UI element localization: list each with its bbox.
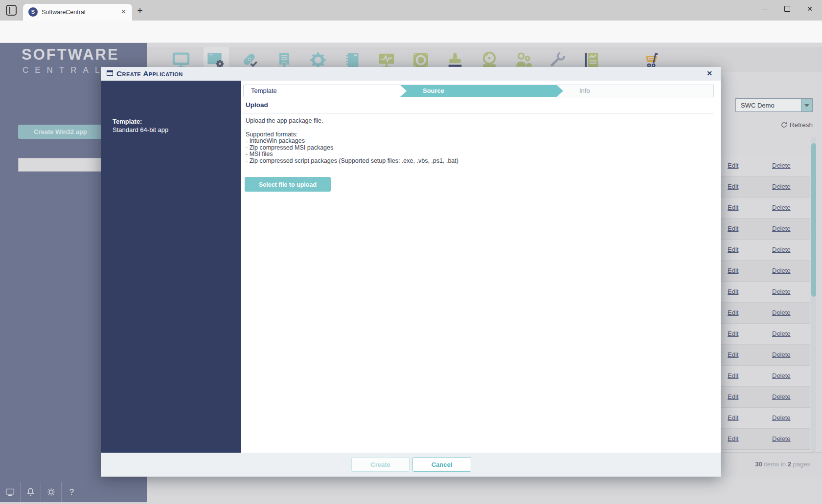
app-logo-line1: SOFTWARE [22,46,119,64]
formats-list: - IntuneWin packages- Zip compressed MSI… [246,138,458,164]
table-row: EditDelete [721,282,810,303]
delete-link[interactable]: Delete [772,246,791,253]
settings-gear-icon[interactable] [41,482,62,502]
heading-divider [243,113,714,113]
chevron-down-icon[interactable] [801,99,812,111]
delete-link[interactable]: Delete [772,288,791,295]
create-win32-app-button[interactable]: Create Win32 app [18,125,103,139]
step-source[interactable]: Source [400,85,563,97]
delete-link[interactable]: Delete [772,330,791,337]
table-row: EditDelete [721,408,810,429]
table-row: EditDelete [721,219,810,240]
edit-link[interactable]: Edit [728,204,738,211]
table-row: EditDelete [721,240,810,261]
edit-link[interactable]: Edit [728,309,738,316]
delete-link[interactable]: Delete [772,414,791,421]
dialog-title: Create Application [116,69,183,78]
format-line: - MSI files [246,151,458,158]
window-minimize-button[interactable] [754,0,776,18]
step-template[interactable]: Template [244,85,407,97]
formats-title: Supported formats: [246,131,297,138]
edit-link[interactable]: Edit [728,246,738,253]
wizard-steps: Template Source Info [243,85,714,97]
edit-link[interactable]: Edit [728,372,738,379]
table-row: EditDelete [721,324,810,345]
table-row: EditDelete [721,366,810,387]
template-value: Standard 64-bit app [113,126,168,133]
edit-link[interactable]: Edit [728,330,738,337]
dialog-footer: Create Cancel [101,453,721,477]
dialog-content: Template Source Info Upload Upload the a… [241,81,721,453]
format-line: - Zip compressed MSI packages [246,145,458,152]
edit-link[interactable]: Edit [728,267,738,274]
delete-link[interactable]: Delete [772,309,791,316]
delete-link[interactable]: Delete [772,204,791,211]
dialog-close-icon[interactable]: ✕ [705,69,714,78]
table-row: EditDelete [721,197,810,219]
pagination-status: 30 items in 2 pages [721,452,822,477]
edit-link[interactable]: Edit [728,162,738,169]
format-line: - Zip compressed script packages (Suppor… [246,158,458,165]
window-maximize-button[interactable] [776,0,799,18]
environment-value: SWC Demo [741,102,775,109]
upload-description: Upload the app package file. [246,118,323,125]
delete-link[interactable]: Delete [772,267,791,274]
browser-tab[interactable]: S SoftwareCentral ✕ [23,4,132,21]
template-label: Template: [113,118,142,125]
table-row: EditDelete [721,345,810,366]
delete-link[interactable]: Delete [772,351,791,358]
tab-close-icon[interactable]: ✕ [119,8,128,16]
step-info[interactable]: Info [557,85,713,97]
sidebar-search-input[interactable] [18,158,104,172]
window-close-button[interactable]: ✕ [799,0,821,18]
edit-link[interactable]: Edit [728,393,738,400]
sidebar-bottom-strip [0,502,147,504]
tab-title: SoftwareCentral [42,9,86,16]
notifications-bell-icon[interactable] [21,482,41,502]
delete-link[interactable]: Delete [772,162,791,169]
environment-dropdown[interactable]: SWC Demo [735,98,813,112]
window-icon [107,70,113,76]
format-line: - IntuneWin packages [246,138,458,145]
table-row: EditDelete [721,261,810,282]
create-application-dialog: Create Application ✕ Template: Standard … [101,67,721,477]
delete-link[interactable]: Delete [772,435,791,442]
table-row: EditDelete [721,303,810,324]
edit-link[interactable]: Edit [728,351,738,358]
table-row: EditDelete [721,176,810,197]
delete-link[interactable]: Delete [772,372,791,379]
app-table-rows: EditDeleteEditDeleteEditDeleteEditDelete… [721,155,810,450]
edit-link[interactable]: Edit [728,414,738,421]
table-row: EditDelete [721,387,810,408]
refresh-icon [780,121,788,129]
delete-link[interactable]: Delete [772,393,791,400]
browser-toolbar: https://softwarecentral/IntuneApplicatio… [0,21,822,43]
sidebar-footer: ? [0,482,147,502]
app-logo-line2: CENTRAL [23,66,106,75]
edit-link[interactable]: Edit [728,183,738,190]
delete-link[interactable]: Delete [772,183,791,190]
refresh-button[interactable]: Refresh [763,121,813,129]
select-file-button[interactable]: Select file to upload [245,177,331,192]
dialog-summary-panel: Template: Standard 64-bit app [101,81,241,453]
delete-link[interactable]: Delete [772,225,791,232]
dialog-header: Create Application ✕ [101,67,721,81]
cancel-button[interactable]: Cancel [412,457,471,472]
edit-link[interactable]: Edit [728,435,738,442]
site-favicon: S [28,7,38,17]
upload-heading: Upload [246,101,268,109]
remote-desktop-icon[interactable] [0,482,21,502]
help-icon[interactable]: ? [62,482,82,502]
edit-link[interactable]: Edit [728,288,738,295]
edit-link[interactable]: Edit [728,225,738,232]
tab-actions-icon[interactable] [6,5,17,16]
table-row: EditDelete [721,429,810,450]
table-scrollbar-thumb[interactable] [811,143,816,297]
table-row: EditDelete [721,155,810,176]
browser-titlebar: S SoftwareCentral ✕ + ✕ [0,0,822,21]
create-button[interactable]: Create [351,457,410,472]
new-tab-button[interactable]: + [135,6,145,16]
